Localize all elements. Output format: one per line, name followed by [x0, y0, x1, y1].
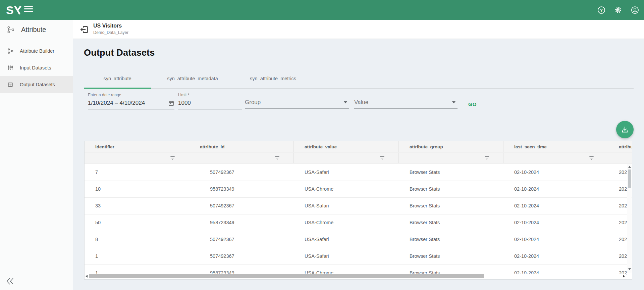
collapse-sidebar-icon[interactable]: [6, 278, 15, 285]
vertical-scrollbar-thumb[interactable]: [628, 170, 631, 188]
cell-attribute-value: USA-Chrome: [294, 181, 399, 197]
tab-syn-attribute[interactable]: syn_attribute: [84, 68, 151, 88]
cell-attribute-group: Browser Stats: [399, 248, 503, 264]
cell-attribute-group: Browser Stats: [399, 198, 503, 214]
cell-attribute-id: 507492367: [189, 248, 294, 264]
limit-label: Limit *: [178, 93, 242, 97]
cell-attribute-id: 507492367: [189, 231, 294, 248]
main-content: Output Datasets syn_attribute syn_attrib…: [73, 39, 644, 290]
cell-identifier: 1: [85, 248, 189, 264]
column-header-attribute-group[interactable]: attribute_group: [399, 141, 503, 152]
table-row[interactable]: 33 507492367 USA-Safari Browser Stats 02…: [85, 198, 632, 214]
sidebar-header: Attribute: [0, 20, 73, 39]
scroll-down-arrow-icon[interactable]: [628, 268, 631, 270]
filter-cell: [399, 153, 503, 163]
table-row[interactable]: 50 958723349 USA-Chrome Browser Stats 02…: [85, 214, 632, 231]
sidebar-item-label: Input Datasets: [20, 65, 51, 70]
cell-attribute-group: Browser Stats: [399, 164, 503, 181]
table-row[interactable]: 7 507492367 USA-Safari Browser Stats 02-…: [85, 164, 632, 181]
topbar-actions: ?: [597, 0, 644, 20]
column-header-truncated[interactable]: attribu: [608, 141, 632, 152]
date-range-field[interactable]: Enter a date range 1/10/2024 – 4/10/2024: [88, 93, 174, 109]
cell-attribute-id: 958723349: [189, 181, 294, 197]
chevron-down-icon: [344, 101, 347, 103]
sidebar-title: Attribute: [21, 26, 46, 34]
filter-cell: [85, 153, 189, 163]
scroll-left-arrow-icon[interactable]: [86, 275, 88, 278]
tab-syn-attribute-metrics[interactable]: syn_attribute_metrics: [234, 68, 312, 88]
horizontal-scrollbar[interactable]: [85, 274, 627, 279]
cell-attribute-group: Browser Stats: [399, 231, 503, 248]
limit-value[interactable]: 1000: [178, 100, 191, 106]
cell-identifier: 50: [85, 214, 189, 231]
sidebar-item-input-datasets[interactable]: Input Datasets: [0, 59, 73, 76]
sidebar-item-label: Output Datasets: [20, 82, 55, 87]
cell-attribute-value: USA-Chrome: [294, 214, 399, 231]
table-header-row: identifier attribute_id attribute_value …: [85, 141, 632, 153]
cell-last-seen-time: 02-10-2024: [503, 164, 608, 181]
account-icon[interactable]: [631, 6, 639, 14]
tab-syn-attribute-metadata[interactable]: syn_attribute_metadata: [151, 68, 234, 88]
column-header-attribute-value[interactable]: attribute_value: [294, 141, 399, 152]
filter-icon[interactable]: [274, 155, 280, 160]
scroll-right-arrow-icon[interactable]: [623, 275, 625, 278]
go-button[interactable]: GO: [468, 101, 477, 107]
limit-field[interactable]: Limit * 1000: [178, 93, 242, 109]
filter-icon[interactable]: [170, 155, 175, 160]
download-icon: [621, 126, 629, 134]
cell-last-seen-time: 02-10-2024: [503, 181, 608, 197]
filter-icon[interactable]: [589, 155, 594, 160]
cell-last-seen-time: 02-10-2024: [503, 248, 608, 264]
sidebar-item-label: Attribute Builder: [20, 48, 54, 54]
app-logo-letter: S: [6, 3, 13, 17]
results-table: identifier attribute_id attribute_value …: [84, 141, 632, 280]
input-datasets-icon: [7, 65, 13, 71]
app-logo: S: [6, 3, 21, 17]
table-row[interactable]: 1 507492367 USA-Safari Browser Stats 02-…: [85, 248, 632, 265]
output-datasets-icon: [7, 82, 13, 88]
cell-identifier: 8: [85, 231, 189, 248]
attribute-builder-icon: [7, 48, 13, 54]
column-header-last-seen-time[interactable]: last_seen_time: [503, 141, 608, 152]
cell-identifier: 10: [85, 181, 189, 197]
help-icon[interactable]: ?: [597, 6, 606, 14]
date-range-label: Enter a date range: [88, 93, 174, 97]
cell-attribute-id: 507492367: [189, 164, 294, 181]
section-heading: Output Datasets: [84, 48, 155, 58]
group-select[interactable]: Group: [245, 93, 349, 109]
cell-attribute-group: Browser Stats: [399, 214, 503, 231]
sidebar-nav: Attribute Builder Input Datasets Output …: [0, 43, 73, 93]
value-select[interactable]: Value: [354, 93, 458, 109]
menu-hamburger-icon[interactable]: [24, 6, 34, 14]
group-select-placeholder: Group: [245, 99, 261, 106]
sidebar-footer: [0, 272, 73, 290]
cell-last-seen-time: 02-10-2024: [503, 214, 608, 231]
settings-gear-icon[interactable]: [614, 6, 623, 14]
horizontal-scrollbar-thumb[interactable]: [89, 274, 484, 278]
sidebar-item-output-datasets[interactable]: Output Datasets: [0, 76, 73, 93]
calendar-icon[interactable]: [168, 100, 174, 106]
cell-identifier: 7: [85, 164, 189, 181]
date-range-value[interactable]: 1/10/2024 – 4/10/2024: [88, 100, 145, 106]
filter-cell: [503, 153, 608, 163]
download-button[interactable]: [616, 121, 634, 138]
filter-icon[interactable]: [379, 155, 385, 160]
scroll-up-arrow-icon[interactable]: [628, 166, 631, 168]
cell-attribute-id: 507492367: [189, 198, 294, 214]
top-app-bar: S ?: [0, 0, 644, 20]
filter-cell: [189, 153, 294, 163]
table-row[interactable]: 10 958723349 USA-Chrome Browser Stats 02…: [85, 181, 632, 198]
value-select-placeholder: Value: [354, 99, 368, 106]
column-header-attribute-id[interactable]: attribute_id: [189, 141, 294, 152]
page-header: US Visitors Demo_Data_Layer: [73, 20, 644, 39]
back-icon[interactable]: [79, 25, 89, 34]
table-row[interactable]: 8 507492367 USA-Safari Browser Stats 02-…: [85, 231, 632, 248]
cell-last-seen-time: 02-10-2024: [503, 198, 608, 214]
sidebar-item-attribute-builder[interactable]: Attribute Builder: [0, 43, 73, 59]
filter-icon[interactable]: [484, 155, 490, 160]
filter-cell: [608, 153, 632, 163]
cell-attribute-value: USA-Safari: [294, 248, 399, 264]
column-header-identifier[interactable]: identifier: [85, 141, 189, 152]
vertical-scrollbar[interactable]: [627, 164, 632, 273]
cell-attribute-value: USA-Safari: [294, 231, 399, 248]
